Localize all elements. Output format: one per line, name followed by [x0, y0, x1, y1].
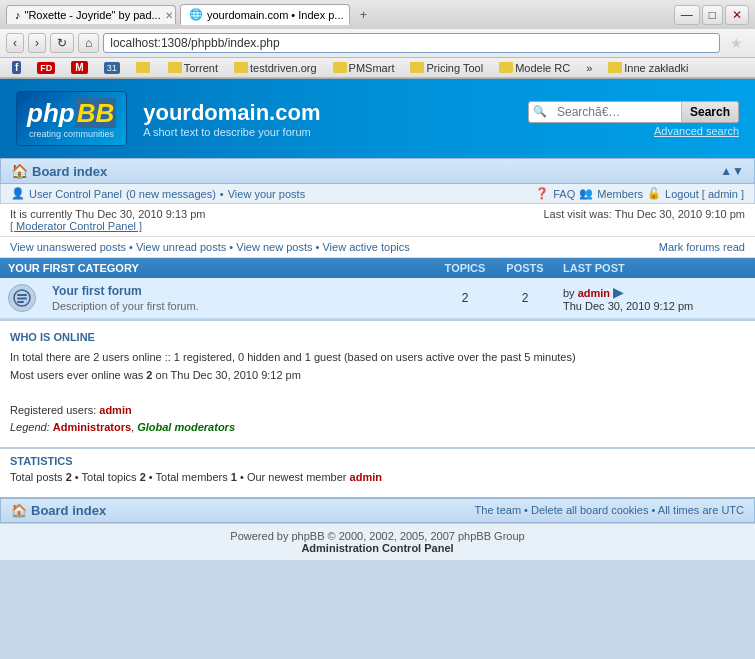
who-is-online-content: In total there are 2 users online :: 1 r…: [10, 349, 745, 437]
last-post-user[interactable]: admin: [578, 287, 610, 299]
topics-count: 2: [140, 471, 146, 483]
tab1-close-icon[interactable]: ✕: [165, 10, 173, 21]
back-button[interactable]: ‹: [6, 33, 24, 53]
team-link[interactable]: The team: [475, 504, 521, 516]
registered-user[interactable]: admin: [99, 404, 131, 416]
statistics-title: STATISTICS: [10, 455, 745, 467]
bottom-board-index-link[interactable]: Board index: [31, 503, 106, 518]
bm-dev[interactable]: FD: [31, 61, 61, 75]
bm-pmsmart[interactable]: PMSmart: [327, 61, 401, 75]
user-icon: 👤: [11, 187, 25, 200]
line2-count: 2: [146, 369, 152, 381]
faq-link[interactable]: FAQ: [553, 188, 575, 200]
bm-allegro[interactable]: [130, 61, 158, 74]
search-input[interactable]: [551, 102, 681, 122]
font-size-controls[interactable]: ▲▼: [720, 164, 744, 178]
control-panel-link[interactable]: User Control Panel: [29, 188, 122, 200]
advanced-search-link[interactable]: Advanced search: [654, 125, 739, 137]
tab-1[interactable]: ♪ "Roxette - Joyride" by pad... ✕: [6, 5, 176, 24]
bm-more[interactable]: »: [580, 61, 598, 75]
footer-line1: Powered by phpBB © 2000, 2002, 2005, 200…: [6, 530, 749, 542]
members-count: 1: [231, 471, 237, 483]
site-title[interactable]: yourdomain.com: [143, 100, 320, 126]
forum-name-link[interactable]: Your first forum: [52, 284, 142, 298]
bm-31[interactable]: 31: [98, 61, 126, 75]
category-name: YOUR FIRST CATEGORY: [0, 258, 435, 278]
forum-info-cell: Your first forum Description of your fir…: [44, 278, 435, 319]
bm-pricing[interactable]: Pricing Tool: [404, 61, 489, 75]
active-topics-link[interactable]: View active topics: [322, 241, 409, 253]
members-icon: 👥: [579, 187, 593, 200]
bottom-sep1: •: [524, 504, 531, 516]
bm-modele[interactable]: Modele RC: [493, 61, 576, 75]
forum-icon: [8, 284, 36, 312]
maximize-button[interactable]: □: [702, 5, 723, 25]
modele-label: Modele RC: [515, 62, 570, 74]
bottom-home-icon: 🏠: [11, 503, 27, 518]
bookmarks-bar: f FD M 31 Torrent testdriven.org PMSmart: [0, 58, 755, 78]
phpbb-logo: phpBB creating communities yourdomain.co…: [16, 91, 320, 146]
search-box: 🔍 Search: [528, 101, 739, 123]
newest-user[interactable]: admin: [350, 471, 382, 483]
forum-posts: 2: [495, 278, 555, 319]
footer-line2[interactable]: Administration Control Panel: [6, 542, 749, 554]
view-links-left: View unanswered posts • View unread post…: [10, 241, 410, 253]
statistics-content: Total posts 2 • Total topics 2 • Total m…: [10, 471, 745, 483]
last-post-arrow-icon: ▶: [613, 284, 624, 300]
legend-line: Legend: Administrators, Global moderator…: [10, 419, 745, 437]
moderator-panel-link[interactable]: [ Moderator Control Panel ]: [10, 220, 142, 232]
view-posts-link[interactable]: View your posts: [228, 188, 305, 200]
topics-col-header: TOPICS: [435, 258, 495, 278]
forum-topics: 2: [435, 278, 495, 319]
bm-fb[interactable]: f: [6, 60, 27, 75]
home-icon: 🏠: [11, 163, 28, 179]
online-line2: Most users ever online was 2 on Thu Dec …: [10, 367, 745, 385]
online-line1: In total there are 2 users online :: 1 r…: [10, 349, 745, 367]
topics-label: Total topics: [82, 471, 137, 483]
lastpost-col-header: LAST POST: [555, 258, 755, 278]
user-nav: 👤 User Control Panel (0 new messages) • …: [0, 184, 755, 204]
pricing-folder-icon: [410, 62, 424, 73]
minimize-button[interactable]: —: [674, 5, 700, 25]
logout-link[interactable]: Logout [ admin ]: [665, 188, 744, 200]
bm-inne[interactable]: Inne zakładki: [602, 61, 694, 75]
svg-rect-3: [17, 301, 24, 303]
tab-2[interactable]: 🌐 yourdomain.com • Index p... ✕: [180, 4, 350, 25]
new-posts-link[interactable]: View new posts: [236, 241, 312, 253]
statistics-section: STATISTICS Total posts 2 • Total topics …: [0, 447, 755, 493]
bm-torrent[interactable]: Torrent: [162, 61, 224, 75]
address-bar[interactable]: localhost:1308/phpbb/index.php: [103, 33, 720, 53]
last-post-time: Thu Dec 30, 2010 9:12 pm: [563, 300, 693, 312]
reload-button[interactable]: ↻: [50, 33, 74, 53]
logo-bb: BB: [75, 98, 117, 128]
board-index-label[interactable]: Board index: [32, 164, 107, 179]
gmail-icon: M: [71, 61, 87, 74]
close-window-button[interactable]: ✕: [725, 5, 749, 25]
search-button[interactable]: Search: [681, 102, 738, 122]
unanswered-link[interactable]: View unanswered posts: [10, 241, 126, 253]
31-icon: 31: [104, 62, 120, 74]
home-button[interactable]: ⌂: [78, 33, 99, 53]
bm-gmail[interactable]: M: [65, 60, 93, 75]
new-tab-button[interactable]: +: [354, 6, 373, 24]
search-icon: 🔍: [529, 105, 551, 118]
address-text: localhost:1308/phpbb/index.php: [110, 36, 279, 50]
board-index-bar: 🏠 Board index ▲▼: [0, 158, 755, 184]
delete-cookies-link[interactable]: Delete all board cookies: [531, 504, 648, 516]
unread-link[interactable]: View unread posts: [136, 241, 226, 253]
phpbb-header: phpBB creating communities yourdomain.co…: [0, 79, 755, 158]
torrent-folder-icon: [168, 62, 182, 73]
bookmark-star-icon[interactable]: ★: [724, 33, 749, 53]
bm-testdriven[interactable]: testdriven.org: [228, 61, 323, 75]
legend-label: Legend:: [10, 421, 50, 433]
search-area: 🔍 Search Advanced search: [528, 101, 739, 137]
members-link[interactable]: Members: [597, 188, 643, 200]
tab2-close-icon[interactable]: ✕: [348, 9, 350, 20]
logo-box: phpBB creating communities: [16, 91, 127, 146]
bottom-board-index: 🏠 Board index: [11, 503, 106, 518]
dev-icon: FD: [37, 62, 55, 74]
legend-mod: Global moderators: [137, 421, 235, 433]
forward-button[interactable]: ›: [28, 33, 46, 53]
allegro-folder-icon: [136, 62, 150, 73]
mark-forums-read[interactable]: Mark forums read: [659, 241, 745, 253]
